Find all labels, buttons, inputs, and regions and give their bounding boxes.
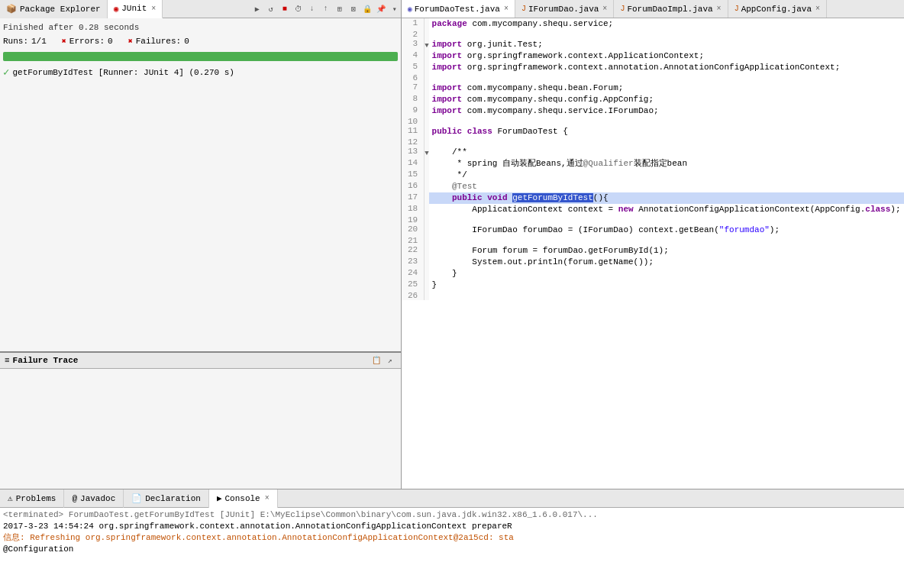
package-explorer-label: Package Explorer [20, 5, 101, 14]
forum-dao-impl-icon: J [620, 5, 625, 13]
next-failure-icon[interactable]: ↓ [306, 3, 318, 15]
line-number-18: 18 [402, 204, 425, 215]
fold-13[interactable]: ▼ [425, 147, 429, 158]
code-line-19 [429, 215, 904, 225]
errors-value: 0 [108, 37, 113, 46]
code-line-8: import com.mycompany.shequ.config.AppCon… [429, 94, 904, 105]
progress-bar-container [3, 52, 398, 61]
tab-iforum-dao[interactable]: J IForumDao.java × [515, 0, 614, 18]
tab-problems-label: Problems [16, 494, 56, 503]
tab-junit[interactable]: ◉ JUnit × [108, 0, 163, 18]
code-area[interactable]: 1package com.mycompany.shequ.service;23▼… [402, 18, 904, 489]
menu-icon[interactable]: ▾ [389, 3, 401, 15]
tab-javadoc[interactable]: @ Javadoc [64, 489, 124, 508]
history-icon[interactable]: ⏱ [292, 3, 305, 15]
progress-bar [3, 52, 398, 61]
tab-console-label: Console [225, 494, 260, 503]
collapse-all-icon[interactable]: ⊞ [334, 3, 346, 15]
tab-forum-dao-impl-label: ForumDaoImpl.java [627, 5, 712, 14]
junit-icon: ◉ [114, 4, 119, 14]
failure-trace-content [0, 369, 401, 489]
tab-forum-dao-test-close[interactable]: × [504, 5, 508, 13]
junit-status: Finished after 0.28 seconds [3, 21, 398, 34]
failure-trace-label: Failure Trace [13, 356, 79, 365]
line-number-24: 24 [402, 268, 425, 279]
code-line-24: } [429, 268, 904, 279]
editor-tabs: ◉ ForumDaoTest.java × J IForumDao.java ×… [402, 0, 904, 18]
left-tab-bar: 📦 Package Explorer ◉ JUnit × ▶ ↺ ■ ⏱ ↓ ↑… [0, 0, 401, 18]
line-number-23: 23 [402, 257, 425, 268]
failures-value: 0 [184, 37, 189, 46]
tab-forum-dao-test[interactable]: ◉ ForumDaoTest.java × [402, 0, 515, 18]
expand-trace-icon[interactable]: ↗ [384, 354, 396, 367]
line-number-26: 26 [402, 291, 425, 300]
junit-content: Finished after 0.28 seconds Runs: 1/1 ✖ … [0, 18, 401, 351]
tab-package-explorer[interactable]: 📦 Package Explorer [0, 0, 108, 18]
code-line-22: Forum forum = forumDao.getForumById(1); [429, 245, 904, 257]
bottom-tab-bar: ⚠ Problems @ Javadoc 📄 Declaration ▶ Con… [0, 489, 904, 508]
tab-problems[interactable]: ⚠ Problems [0, 489, 64, 508]
line-number-22: 22 [402, 245, 425, 257]
runs-label: Runs: [3, 37, 28, 46]
scroll-lock-icon[interactable]: 🔒 [361, 3, 373, 15]
line-number-3: 3 [402, 39, 425, 50]
line-number-6: 6 [402, 73, 425, 82]
junit-close-icon[interactable]: × [151, 5, 156, 13]
line-number-11: 11 [402, 126, 425, 137]
line-number-10: 10 [402, 117, 425, 126]
junit-file-icon: ◉ [408, 5, 412, 14]
code-line-13: /** [429, 147, 904, 158]
code-line-25: } [429, 279, 904, 291]
console-content: <terminated> ForumDaoTest.getForumByIdTe… [0, 508, 904, 588]
code-line-12 [429, 137, 904, 147]
console-icon: ▶ [217, 493, 222, 503]
tab-appconfig-close[interactable]: × [815, 5, 820, 13]
tab-forum-dao-impl[interactable]: J ForumDaoImpl.java × [614, 0, 728, 18]
tab-console-close[interactable]: × [265, 494, 270, 502]
test-pass-icon: ✓ [3, 66, 9, 79]
code-line-2 [429, 30, 904, 39]
code-line-23: System.out.println(forum.getName()); [429, 257, 904, 268]
failure-panel-header: ≡ Failure Trace 📋 ↗ [0, 353, 401, 369]
tab-console[interactable]: ▶ Console × [209, 489, 278, 508]
tab-iforum-dao-label: IForumDao.java [528, 5, 599, 14]
copy-trace-icon[interactable]: 📋 [370, 354, 383, 367]
test-item-0[interactable]: ✓ getForumByIdTest [Runner: JUnit 4] (0.… [3, 64, 398, 80]
tab-iforum-dao-close[interactable]: × [602, 5, 607, 13]
failures-only-icon[interactable]: ⊠ [347, 3, 360, 15]
tab-appconfig[interactable]: J AppConfig.java × [728, 0, 827, 18]
line-number-15: 15 [402, 170, 425, 181]
left-panel: 📦 Package Explorer ◉ JUnit × ▶ ↺ ■ ⏱ ↓ ↑… [0, 0, 402, 489]
console-line-3: @Configuration [3, 544, 901, 555]
failures-icon: ✖ [128, 37, 133, 46]
pin-icon[interactable]: 📌 [375, 3, 387, 15]
failure-trace-icon: ≡ [5, 356, 10, 365]
rerun-icon[interactable]: ▶ [251, 3, 263, 15]
failure-trace-header: ≡ Failure Trace [5, 356, 78, 365]
tab-declaration[interactable]: 📄 Declaration [124, 489, 209, 508]
line-number-16: 16 [402, 181, 425, 192]
junit-toolbar: ▶ ↺ ■ ⏱ ↓ ↑ ⊞ ⊠ 🔒 📌 ▾ [251, 3, 401, 15]
tab-declaration-label: Declaration [145, 494, 201, 503]
errors-stat: ✖ Errors: 0 [62, 37, 113, 46]
tab-javadoc-label: Javadoc [80, 494, 115, 503]
failures-stat: ✖ Failures: 0 [128, 37, 189, 46]
line-number-14: 14 [402, 158, 425, 170]
line-number-20: 20 [402, 225, 425, 236]
stop-icon[interactable]: ■ [279, 3, 291, 15]
prev-failure-icon[interactable]: ↑ [320, 3, 332, 15]
line-number-5: 5 [402, 62, 425, 73]
code-line-7: import com.mycompany.shequ.bean.Forum; [429, 82, 904, 94]
tab-forum-dao-impl-close[interactable]: × [717, 5, 722, 13]
code-line-18: ApplicationContext context = new Annotat… [429, 204, 904, 215]
console-line-2: 信息: Refreshing org.springframework.conte… [3, 532, 901, 544]
rerun-failed-icon[interactable]: ↺ [265, 3, 277, 15]
code-line-15: */ [429, 170, 904, 181]
console-line-0: <terminated> ForumDaoTest.getForumByIdTe… [3, 509, 901, 521]
failure-panel-icons: 📋 ↗ [370, 354, 396, 367]
code-line-5: import org.springframework.context.annot… [429, 62, 904, 73]
javadoc-icon: @ [72, 494, 77, 503]
code-line-17: public void getForumByIdTest(){ [429, 192, 904, 204]
fold-3[interactable]: ▼ [425, 39, 429, 50]
code-line-26 [429, 291, 904, 300]
